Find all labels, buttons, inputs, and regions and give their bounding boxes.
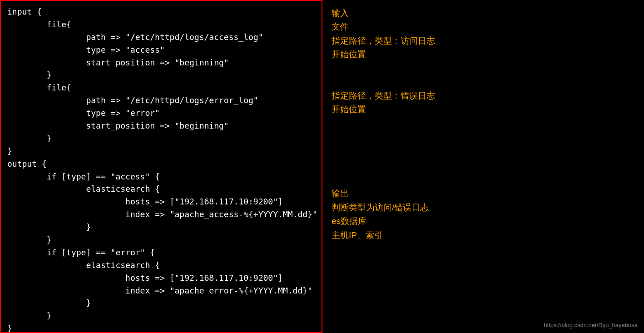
annotation-1-line-1: 输入 [332,6,635,20]
annotation-group-1: 输入 文件 指定路径，类型：访问日志 开始位置 [332,6,635,62]
annotation-3-line-3: es数据库 [332,214,635,228]
spacer-2 [332,116,635,187]
annotation-1-line-2: 文件 [332,20,635,34]
spacer-1 [332,62,635,89]
annotation-group-2: 指定路径，类型：错误日志 开始位置 [332,89,635,117]
annotation-2-line-2: 开始位置 [332,103,635,116]
annotation-2-line-1: 指定路径，类型：错误日志 [332,89,635,103]
annotation-1-line-3: 指定路径，类型：访问日志 [332,34,635,48]
annotation-3-line-1: 输出 [332,187,635,200]
annotation-3-line-2: 判断类型为访问/错误日志 [332,201,635,214]
annotation-group-3: 输出 判断类型为访问/错误日志 es数据库 主机IP、索引 [332,187,635,242]
code-panel: input { file{ path => "/etc/httpd/logs/a… [0,0,322,333]
annotation-panel: 输入 文件 指定路径，类型：访问日志 开始位置 指定路径，类型：错误日志 开始位… [322,0,644,333]
code-content: input { file{ path => "/etc/httpd/logs/a… [7,5,315,333]
annotation-3-line-4: 主机IP、索引 [332,229,635,242]
annotation-1-line-4: 开始位置 [332,48,635,61]
watermark: https://blog.csdn.net/Ryu_hayabusa [544,322,638,328]
